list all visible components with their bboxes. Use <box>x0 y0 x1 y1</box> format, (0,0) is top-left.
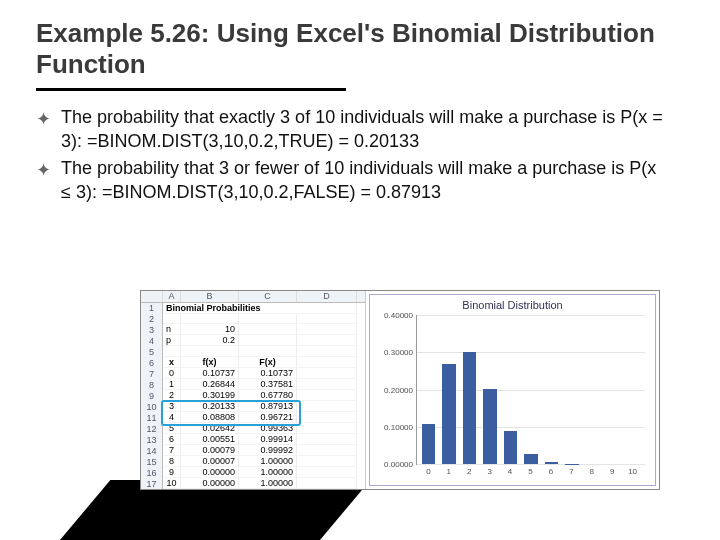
y-tick: 0.10000 <box>375 422 413 431</box>
bar <box>545 462 559 464</box>
Fx-cell: 0.67780 <box>239 390 297 401</box>
page-title: Example 5.26: Using Excel's Binomial Dis… <box>0 0 720 86</box>
corner-cell <box>141 291 163 302</box>
x-cell: 2 <box>163 390 181 401</box>
plot-area: 0.000000.100000.200000.300000.40000 <box>416 315 645 465</box>
row-number: 16 <box>141 467 163 478</box>
x-tick: 9 <box>605 467 619 476</box>
x-tick: 0 <box>421 467 435 476</box>
n-value: 10 <box>181 324 239 335</box>
col-A: A <box>163 291 181 302</box>
Fx-cell: 0.10737 <box>239 368 297 379</box>
bullet-list: ✦ The probability that exactly 3 of 10 i… <box>0 91 720 204</box>
row-number: 17 <box>141 478 163 489</box>
col-D: D <box>297 291 357 302</box>
column-headers: A B C D <box>141 291 365 303</box>
p-value: 0.2 <box>181 335 239 346</box>
col-B: B <box>181 291 239 302</box>
row-number: 7 <box>141 368 163 379</box>
Fx-cell: 0.99914 <box>239 434 297 445</box>
row-number: 9 <box>141 390 163 401</box>
row-number: 15 <box>141 456 163 467</box>
x-cell: 3 <box>163 401 181 412</box>
fx-cell: 0.10737 <box>181 368 239 379</box>
x-tick: 8 <box>585 467 599 476</box>
Fx-cell: 0.99363 <box>239 423 297 434</box>
fx-header: f(x) <box>181 357 239 368</box>
Fx-cell: 0.87913 <box>239 401 297 412</box>
sheet-title: Binomial Probabilities <box>163 303 357 314</box>
x-tick: 10 <box>626 467 640 476</box>
Fx-cell: 1.00000 <box>239 456 297 467</box>
row-number: 5 <box>141 346 163 357</box>
row-number: 1 <box>141 303 163 314</box>
x-header: x <box>163 357 181 368</box>
row-number: 14 <box>141 445 163 456</box>
x-tick: 4 <box>503 467 517 476</box>
x-cell: 5 <box>163 423 181 434</box>
bar <box>524 454 538 464</box>
x-cell: 7 <box>163 445 181 456</box>
x-cell: 9 <box>163 467 181 478</box>
y-tick: 0.40000 <box>375 311 413 320</box>
p-label: p <box>163 335 181 346</box>
bar <box>463 352 477 464</box>
list-item: ✦ The probability that exactly 3 of 10 i… <box>36 105 670 154</box>
list-item: ✦ The probability that 3 or fewer of 10 … <box>36 156 670 205</box>
y-tick: 0.20000 <box>375 385 413 394</box>
fx-cell: 0.00000 <box>181 478 239 489</box>
x-tick: 6 <box>544 467 558 476</box>
x-cell: 10 <box>163 478 181 489</box>
bar <box>483 389 497 464</box>
bar-chart: Binomial Distribution 0.000000.100000.20… <box>369 294 656 486</box>
chart-title: Binomial Distribution <box>376 299 649 311</box>
fx-cell: 0.00007 <box>181 456 239 467</box>
Fx-header: F(x) <box>239 357 297 368</box>
n-label: n <box>163 324 181 335</box>
bullet-text: The probability that exactly 3 of 10 ind… <box>61 105 670 154</box>
x-cell: 0 <box>163 368 181 379</box>
row-number: 2 <box>141 314 163 325</box>
fx-cell: 0.30199 <box>181 390 239 401</box>
y-tick: 0.00000 <box>375 460 413 469</box>
fx-cell: 0.20133 <box>181 401 239 412</box>
row-number: 11 <box>141 412 163 423</box>
y-tick: 0.30000 <box>375 348 413 357</box>
x-cell: 6 <box>163 434 181 445</box>
bar <box>504 431 518 464</box>
row-number: 13 <box>141 434 163 445</box>
fx-cell: 0.08808 <box>181 412 239 423</box>
bullet-marker-icon: ✦ <box>36 105 51 154</box>
row-number: 12 <box>141 423 163 434</box>
bullet-text: The probability that 3 or fewer of 10 in… <box>61 156 670 205</box>
x-tick: 1 <box>442 467 456 476</box>
x-tick: 3 <box>483 467 497 476</box>
row-number: 10 <box>141 401 163 412</box>
bar <box>422 424 436 464</box>
fx-cell: 0.00000 <box>181 467 239 478</box>
spreadsheet: A B C D 1Binomial Probabilities 2 3n10 4… <box>141 291 366 489</box>
x-cell: 4 <box>163 412 181 423</box>
Fx-cell: 1.00000 <box>239 467 297 478</box>
row-number: 3 <box>141 324 163 335</box>
bar <box>442 364 456 464</box>
x-axis-ticks: 012345678910 <box>416 465 645 476</box>
col-C: C <box>239 291 297 302</box>
row-number: 8 <box>141 379 163 390</box>
x-cell: 1 <box>163 379 181 390</box>
bullet-marker-icon: ✦ <box>36 156 51 205</box>
Fx-cell: 0.37581 <box>239 379 297 390</box>
fx-cell: 0.26844 <box>181 379 239 390</box>
Fx-cell: 0.96721 <box>239 412 297 423</box>
Fx-cell: 1.00000 <box>239 478 297 489</box>
x-tick: 2 <box>462 467 476 476</box>
fx-cell: 0.00551 <box>181 434 239 445</box>
row-number: 6 <box>141 357 163 368</box>
Fx-cell: 0.99992 <box>239 445 297 456</box>
x-cell: 8 <box>163 456 181 467</box>
x-tick: 5 <box>524 467 538 476</box>
fx-cell: 0.02642 <box>181 423 239 434</box>
row-number: 4 <box>141 335 163 346</box>
excel-figure: A B C D 1Binomial Probabilities 2 3n10 4… <box>140 290 660 490</box>
x-tick: 7 <box>564 467 578 476</box>
